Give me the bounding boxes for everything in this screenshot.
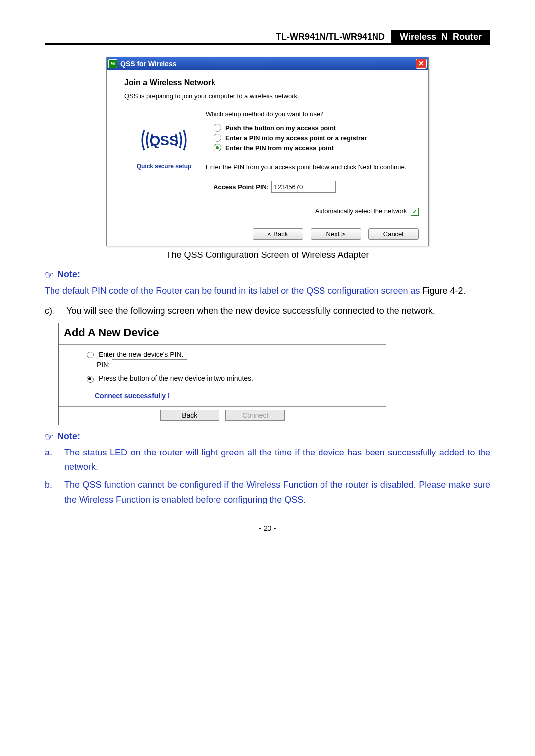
header-model: TL-WR941N/TL-WR941ND <box>45 30 391 43</box>
note1-blue: The default PIN code of the Router can b… <box>45 286 422 296</box>
note-label-2: Note: <box>57 431 80 442</box>
note2-a-text: The status LED on the router will light … <box>64 446 490 475</box>
dialog-subheading: QSS is preparing to join your computer t… <box>124 92 419 100</box>
note-heading-2: ☞ Note: <box>45 431 490 442</box>
step-c: c). You will see the following screen wh… <box>45 304 490 319</box>
pointing-hand-icon: ☞ <box>45 270 54 279</box>
setup-question: Which setup method do you want to use? <box>206 110 419 118</box>
note1-text: The default PIN code of the Router can b… <box>45 284 490 299</box>
radio-icon <box>87 352 94 358</box>
dialog-title: QSS for Wireless <box>120 60 416 68</box>
next-button[interactable]: Next > <box>311 228 361 240</box>
access-point-pin-input[interactable] <box>271 181 336 193</box>
qss-logo-icon: QSS <box>134 120 194 160</box>
qss-logo-caption: Quick secure setup <box>124 163 204 170</box>
option-enter-pin-label: Enter a PIN into my access point or a re… <box>225 134 367 142</box>
note2-a: a. The status LED on the router will lig… <box>45 446 490 475</box>
step-c-marker: c). <box>45 304 66 319</box>
auto-select-label: Automatically select the network <box>315 207 407 215</box>
panel-footer: Back Connect <box>59 407 386 425</box>
note-label: Note: <box>57 269 80 280</box>
header-product: Wireless N Router <box>391 30 490 43</box>
page: TL-WR941N/TL-WR941ND Wireless N Router Q… <box>0 0 535 552</box>
note2-b-text: The QSS function cannot be configured if… <box>64 478 490 507</box>
panel-option-press-label: Press the button of the new device in tw… <box>99 374 253 382</box>
radio-selected-icon <box>87 376 94 383</box>
dialog-titlebar: QSS for Wireless ✕ <box>107 57 428 70</box>
pin-row: Access Point PIN: <box>214 181 419 193</box>
panel-connect-button[interactable]: Connect <box>225 410 285 421</box>
back-button[interactable]: < Back <box>253 228 303 240</box>
panel-pin-row: PIN: <box>97 359 381 370</box>
dialog-right-column: Which setup method do you want to use? P… <box>204 110 419 216</box>
panel-back-button[interactable]: Back <box>160 410 219 421</box>
auto-select-row: Automatically select the network ✓ <box>206 207 419 216</box>
note2-a-marker: a. <box>45 446 64 475</box>
auto-select-checkbox[interactable]: ✓ <box>411 208 419 216</box>
note-heading: ☞ Note: <box>45 269 490 280</box>
panel-title: Add A New Device <box>59 323 386 344</box>
pin-instruction: Enter the PIN from your access point bel… <box>206 163 419 171</box>
dialog-heading: Join a Wireless Network <box>124 78 419 87</box>
qss-dialog: QSS for Wireless ✕ Join a Wireless Netwo… <box>106 57 429 246</box>
option-from-ap[interactable]: Enter the PIN from my access point <box>214 144 419 151</box>
note2-b-marker: b. <box>45 478 64 507</box>
radio-icon <box>214 134 221 142</box>
panel-option-press[interactable]: Press the button of the new device in tw… <box>87 374 381 382</box>
figure-caption: The QSS Configuration Screen of Wireless… <box>45 250 490 260</box>
panel-pin-label: PIN: <box>97 361 110 369</box>
close-button[interactable]: ✕ <box>416 59 427 69</box>
panel-option-pin-label: Enter the new device's PIN. <box>99 351 184 358</box>
panel-option-pin[interactable]: Enter the new device's PIN. <box>87 351 381 358</box>
panel-body: Enter the new device's PIN. PIN: Press t… <box>59 344 386 407</box>
option-enter-pin[interactable]: Enter a PIN into my access point or a re… <box>214 134 419 142</box>
connect-status: Connect successfully ! <box>87 383 381 400</box>
dialog-body: Join a Wireless Network QSS is preparing… <box>107 70 428 222</box>
qss-app-icon <box>108 59 117 68</box>
radio-icon <box>214 124 221 132</box>
radio-selected-icon <box>214 144 221 151</box>
note2-b: b. The QSS function cannot be configured… <box>45 478 490 507</box>
page-number: - 20 - <box>45 524 490 532</box>
dialog-left-column: QSS Quick secure setup <box>124 110 204 216</box>
svg-text:QSS: QSS <box>149 133 178 148</box>
option-push-label: Push the button on my access point <box>225 124 336 132</box>
header-bar: TL-WR941N/TL-WR941ND Wireless N Router <box>45 30 490 45</box>
pin-label: Access Point PIN: <box>214 183 268 191</box>
note1-black: Figure 4-2. <box>422 286 465 296</box>
add-device-panel: Add A New Device Enter the new device's … <box>58 323 386 425</box>
dialog-footer: < Back Next > Cancel <box>107 222 428 246</box>
pointing-hand-icon: ☞ <box>45 432 54 441</box>
cancel-button[interactable]: Cancel <box>368 228 419 240</box>
option-push[interactable]: Push the button on my access point <box>214 124 419 132</box>
step-c-text: You will see the following screen when t… <box>66 304 490 319</box>
device-pin-input[interactable] <box>112 359 187 370</box>
option-from-ap-label: Enter the PIN from my access point <box>225 144 334 151</box>
